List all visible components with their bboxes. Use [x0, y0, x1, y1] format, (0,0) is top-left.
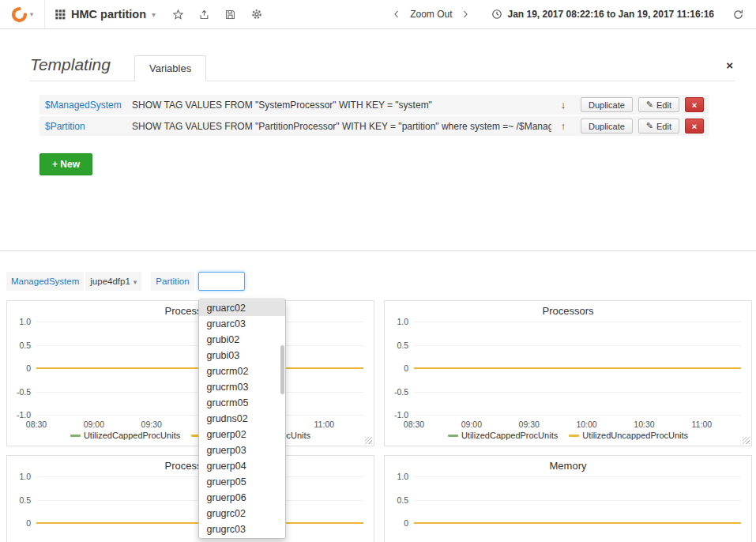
- y-axis-tick: 0: [26, 518, 31, 528]
- typeahead-option[interactable]: gruerp04: [199, 458, 285, 474]
- save-icon: [224, 9, 236, 21]
- remove-variable-button[interactable]: ×: [685, 97, 704, 112]
- legend-label: UtilizedCappedProcUnits: [461, 431, 558, 440]
- dashboard-title: HMC partition: [71, 8, 146, 21]
- panel-resize-handle[interactable]: [743, 437, 750, 444]
- typeahead-option[interactable]: grugrc03: [199, 521, 285, 537]
- legend-swatch: [448, 435, 458, 437]
- time-shift-right-button[interactable]: [453, 0, 477, 28]
- share-dashboard-button[interactable]: [191, 0, 217, 28]
- y-axis-tick: 0.5: [397, 495, 408, 505]
- dashboard-picker[interactable]: HMC partition ▾: [45, 0, 165, 28]
- grafana-logo[interactable]: ▾: [0, 0, 45, 28]
- duplicate-variable-button[interactable]: Duplicate: [581, 97, 633, 112]
- typeahead-option[interactable]: grudns02: [199, 411, 285, 427]
- x-axis-tick: 10:00: [576, 420, 596, 429]
- y-axis-tick: 1.0: [19, 472, 31, 481]
- x-axis-tick: 09:30: [141, 420, 162, 429]
- time-range-text: Jan 19, 2017 08:22:16 to Jan 19, 2017 11…: [507, 9, 714, 20]
- x-axis-tick: 09:00: [84, 420, 104, 429]
- gridline: [414, 345, 741, 346]
- templating-title: Templating: [30, 55, 134, 81]
- star-dashboard-button[interactable]: [165, 0, 191, 28]
- panel-title[interactable]: Processors: [7, 460, 374, 472]
- duplicate-variable-button[interactable]: Duplicate: [581, 119, 633, 134]
- legend-item[interactable]: UtilizedCappedProcUnits: [70, 431, 180, 440]
- typeahead-option[interactable]: gruarc03: [199, 316, 285, 332]
- variable-row[interactable]: $Partition SHOW TAG VALUES FROM "Partiti…: [39, 116, 709, 136]
- variable-label-partition: Partition: [151, 272, 194, 291]
- partition-input-wrap: gruarc02gruarc03grubi02grubi03grucrm02gr…: [198, 272, 245, 291]
- edit-button-label: Edit: [656, 100, 671, 110]
- variable-rows: $ManagedSystem SHOW TAG VALUES FROM "Sys…: [39, 95, 709, 136]
- submenu: ManagedSystem jupe4dfp1▾ Partition gruar…: [0, 251, 756, 300]
- refresh-button[interactable]: [725, 0, 751, 28]
- remove-variable-button[interactable]: ×: [685, 119, 704, 134]
- typeahead-option[interactable]: gruerp03: [199, 442, 285, 458]
- x-axis-tick: 08:30: [26, 420, 47, 429]
- templating-header: Templating Variables ×: [30, 46, 735, 81]
- variable-value-text: jupe4dfp1: [90, 277, 130, 286]
- variable-name[interactable]: $ManagedSystem: [45, 100, 132, 111]
- legend-swatch: [70, 435, 81, 437]
- move-variable-button[interactable]: ↓: [551, 99, 575, 111]
- time-shift-left-button[interactable]: [385, 0, 408, 28]
- legend-item[interactable]: UtilizedUncappedProcUnits: [569, 431, 688, 440]
- close-templating-button[interactable]: ×: [726, 59, 733, 71]
- partition-value-input[interactable]: [198, 272, 245, 291]
- series-line: [414, 367, 741, 369]
- typeahead-option[interactable]: gruerp05: [199, 474, 285, 490]
- x-axis-tick: 10:30: [634, 420, 654, 429]
- typeahead-option[interactable]: gruerp02: [199, 427, 285, 442]
- new-variable-button[interactable]: + New: [39, 153, 92, 175]
- move-variable-button[interactable]: ↑: [551, 120, 575, 132]
- legend-item[interactable]: UtilizedCappedProcUnits: [448, 431, 558, 440]
- typeahead-menu: gruarc02gruarc03grubi02grubi03grucrm02gr…: [198, 299, 286, 539]
- panel-resize-handle[interactable]: [365, 437, 372, 444]
- zoom-out-button[interactable]: Zoom Out: [408, 9, 453, 20]
- plot-area: 1.00.50-0.5-1.008:3009:0009:3010:0010:30…: [414, 476, 741, 542]
- variable-definition: SHOW TAG VALUES FROM "PartitionProcessor…: [132, 121, 551, 132]
- variable-name[interactable]: $Partition: [45, 121, 132, 132]
- typeahead-option[interactable]: grucrm03: [199, 379, 285, 395]
- edit-variable-button[interactable]: ✎ Edit: [638, 97, 679, 112]
- gear-icon: [250, 8, 263, 21]
- typeahead-option[interactable]: grubi03: [199, 348, 285, 363]
- variable-label-managedsystem: ManagedSystem: [6, 272, 84, 291]
- typeahead-options: gruarc02gruarc03grubi02grubi03grucrm02gr…: [199, 300, 285, 537]
- time-range-picker[interactable]: Jan 19, 2017 08:22:16 to Jan 19, 2017 11…: [477, 0, 725, 28]
- y-axis-tick: -0.5: [17, 387, 31, 397]
- chevron-left-icon: [392, 9, 401, 20]
- variable-definition: SHOW TAG VALUES FROM "SystemProcessor" W…: [132, 100, 551, 111]
- typeahead-option[interactable]: gruarc02: [199, 300, 285, 316]
- x-axis-tick: 09:30: [519, 420, 540, 429]
- typeahead-option[interactable]: grucrm05: [199, 395, 285, 411]
- legend-swatch: [569, 435, 579, 437]
- panel-title[interactable]: Processors: [385, 305, 751, 317]
- typeahead-option[interactable]: grugrc02: [199, 506, 285, 521]
- variable-value-managedsystem[interactable]: jupe4dfp1▾: [85, 272, 141, 291]
- dashboard-settings-button[interactable]: [243, 0, 270, 28]
- variable-row[interactable]: $ManagedSystem SHOW TAG VALUES FROM "Sys…: [39, 95, 709, 115]
- y-axis-tick: 0.5: [397, 341, 408, 350]
- series-line: [414, 522, 741, 524]
- panel-title[interactable]: Memory: [385, 460, 751, 472]
- panel-title[interactable]: Processors: [7, 305, 374, 317]
- typeahead-option[interactable]: gruerp06: [199, 490, 285, 506]
- templating-editor: Templating Variables × $ManagedSystem SH…: [0, 29, 756, 251]
- pencil-icon: ✎: [646, 100, 653, 110]
- edit-variable-button[interactable]: ✎ Edit: [638, 119, 679, 134]
- x-axis-tick: 11:00: [314, 420, 335, 429]
- gridline: [414, 500, 741, 501]
- caret-down-icon: ▾: [134, 278, 137, 286]
- typeahead-option[interactable]: grubi02: [199, 332, 285, 348]
- y-axis-tick: 0: [404, 363, 408, 373]
- save-dashboard-button[interactable]: [217, 0, 243, 28]
- navbar: ▾ HMC partition ▾ Zoom Out Jan 19, 2017 …: [0, 0, 756, 29]
- star-icon: [172, 9, 184, 21]
- typeahead-scrollbar[interactable]: [280, 345, 284, 394]
- typeahead-option[interactable]: grucrm02: [199, 363, 285, 379]
- tab-variables[interactable]: Variables: [134, 55, 206, 81]
- y-axis-tick: 0: [404, 518, 408, 528]
- panel-legend: UtilizedCappedProcUnitsUtilizedUncappedP…: [7, 431, 374, 440]
